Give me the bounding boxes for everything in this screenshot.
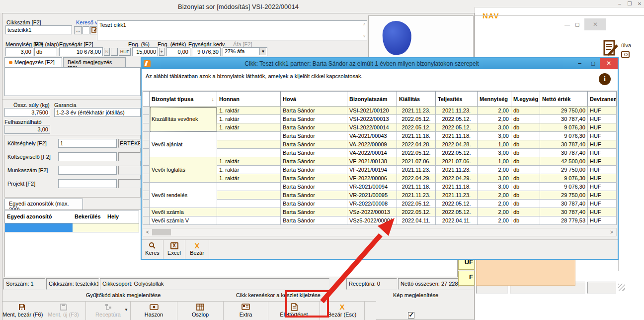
currency-button[interactable]: HUF (119, 48, 131, 56)
discount-value-input[interactable] (166, 47, 190, 56)
table-cell[interactable]: Barta Sándor (281, 123, 347, 132)
maximize-icon[interactable]: ▢ (575, 22, 579, 27)
excel-button[interactable]: X Excel (163, 240, 185, 259)
scrollbar-thumb[interactable] (152, 229, 171, 235)
table-cell[interactable]: HUF (588, 166, 617, 174)
table-cell[interactable]: 3,00 (478, 132, 511, 140)
table-cell[interactable]: 2022.05.12. (397, 115, 436, 123)
project-input[interactable] (58, 179, 117, 188)
table-cell[interactable]: HUF (588, 123, 617, 132)
minimize-icon[interactable]: — (564, 21, 570, 27)
table-cell[interactable]: 30 787,40 (540, 149, 588, 157)
table-cell[interactable]: 2,00 (478, 200, 511, 208)
quantity-input[interactable] (5, 47, 33, 56)
table-cell[interactable]: 1. raktár (217, 174, 281, 183)
price-browse-button[interactable]: ... (111, 48, 118, 56)
row-selector[interactable] (143, 183, 150, 191)
table-cell[interactable]: 3,00 (478, 174, 511, 183)
table-cell[interactable]: 29 750,00 (540, 107, 588, 115)
table-cell[interactable]: 2,00 (478, 191, 511, 200)
item-number-input[interactable] (5, 25, 72, 34)
table-cell[interactable] (217, 200, 281, 208)
table-cell[interactable]: 29 750,00 (540, 166, 588, 174)
scroll-right-icon[interactable]: > (608, 229, 616, 235)
save-new-button[interactable]: Ment, új (F3) (41, 302, 86, 320)
table-cell[interactable]: 2022.05.12. (397, 149, 436, 157)
warranty-input[interactable] (54, 108, 141, 117)
table-cell[interactable]: HUF (588, 183, 617, 191)
table-cell[interactable]: 28 779,53 (540, 216, 588, 225)
table-cell[interactable]: db (511, 132, 540, 140)
close-icon[interactable]: ✕ (600, 58, 618, 69)
popup-close-button[interactable]: X Bezár (185, 240, 209, 259)
minimize-icon[interactable]: – (616, 1, 623, 6)
table-cell[interactable]: Barta Sándor (281, 107, 347, 115)
scroll-left-icon[interactable]: < (144, 229, 152, 235)
table-cell[interactable]: db (511, 216, 540, 225)
table-cell[interactable]: VR-2022/00008 (347, 200, 397, 208)
table-cell[interactable]: 2021.11.23. (397, 166, 436, 174)
table-cell[interactable]: db (511, 123, 540, 132)
chevron-down-icon[interactable]: ▼ (259, 48, 266, 55)
table-cell[interactable]: db (511, 191, 540, 200)
table-cell[interactable] (217, 191, 281, 200)
close-icon[interactable]: ✕ (636, 1, 643, 6)
table-cell[interactable]: HUF (588, 157, 617, 166)
table-cell[interactable]: 30 787,40 (540, 140, 588, 149)
table-cell[interactable]: 1. raktár (217, 115, 281, 123)
table-cell[interactable]: HUF (588, 149, 617, 157)
table-cell[interactable]: 1,00 (478, 140, 511, 149)
table-cell[interactable]: 9 076,30 (540, 183, 588, 191)
total-weight-input[interactable] (4, 108, 50, 117)
row-selector[interactable] (143, 140, 150, 149)
table-cell[interactable]: db (511, 166, 540, 174)
table-cell[interactable]: HUF (588, 208, 617, 216)
oszlop-button[interactable]: Oszlop (177, 302, 224, 320)
camera-icon[interactable] (621, 51, 630, 58)
blank-button[interactable] (82, 26, 89, 34)
table-cell[interactable]: 2021.11.18. (436, 183, 478, 191)
table-cell[interactable]: 9 076,30 (540, 132, 588, 140)
table-cell[interactable]: VSI-2022/00014 (347, 123, 397, 132)
doc-type-cell[interactable]: Vevői rendelés (150, 183, 217, 208)
table-cell[interactable]: 2022.04.11. (397, 216, 436, 225)
table-cell[interactable]: 2021.07.06. (397, 157, 436, 166)
table-cell[interactable]: 2022.05.12. (436, 115, 478, 123)
col-header-hova[interactable]: Hová (281, 92, 347, 107)
unit-input[interactable] (34, 47, 57, 56)
col-header-tipus[interactable]: Bizonylat típusa↓ (150, 92, 217, 107)
table-cell[interactable]: Barta Sándor (281, 166, 347, 174)
table-cell[interactable]: Barta Sándor (281, 140, 347, 149)
item-name-textarea[interactable]: Teszt cikk1 ∧ ∨ (97, 20, 367, 40)
haszon-button[interactable]: Haszon (131, 302, 177, 320)
table-cell[interactable]: 30 787,40 (540, 115, 588, 123)
table-cell[interactable]: db (511, 107, 540, 115)
doc-type-cell[interactable]: Kiszállítás vevőnek (150, 107, 217, 132)
table-cell[interactable]: VF-2021/00194 (347, 166, 397, 174)
table-row[interactable]: Vevői rendelésBarta SándorVR-2021/000942… (143, 183, 617, 191)
table-cell[interactable]: db (511, 183, 540, 191)
table-cell[interactable]: HUF (588, 191, 617, 200)
table-cell[interactable]: VA-2022/00009 (347, 140, 397, 149)
col-header-netto[interactable]: Nettó érték (540, 92, 588, 107)
table-cell[interactable]: 2,00 (478, 216, 511, 225)
minimize-icon[interactable]: – (573, 59, 586, 68)
row-selector[interactable] (143, 123, 150, 132)
plus-button[interactable]: + (159, 48, 164, 56)
tab-megjegyzes[interactable]: Megjegyzés [F2] (4, 57, 62, 67)
table-cell[interactable]: 2,00 (478, 208, 511, 216)
table-cell[interactable]: 2,00 (478, 107, 511, 115)
popup-titlebar[interactable]: Cikk: Teszt cikk1 partner: Barta Sándor … (142, 58, 618, 69)
table-cell[interactable]: 3,00 (478, 183, 511, 191)
browse-button[interactable]: ... (74, 26, 82, 34)
table-cell[interactable] (217, 183, 281, 191)
table-cell[interactable]: db (511, 115, 540, 123)
table-cell[interactable]: 3,00 (478, 123, 511, 132)
table-cell[interactable]: 2021.07.06. (436, 157, 478, 166)
row-selector[interactable] (143, 157, 150, 166)
restore-icon[interactable]: ❐ (626, 1, 633, 6)
table-cell[interactable]: HUF (588, 140, 617, 149)
table-cell[interactable]: 2021.11.18. (436, 132, 478, 140)
extra-button[interactable]: Extra (224, 302, 268, 320)
table-cell[interactable] (217, 140, 281, 149)
